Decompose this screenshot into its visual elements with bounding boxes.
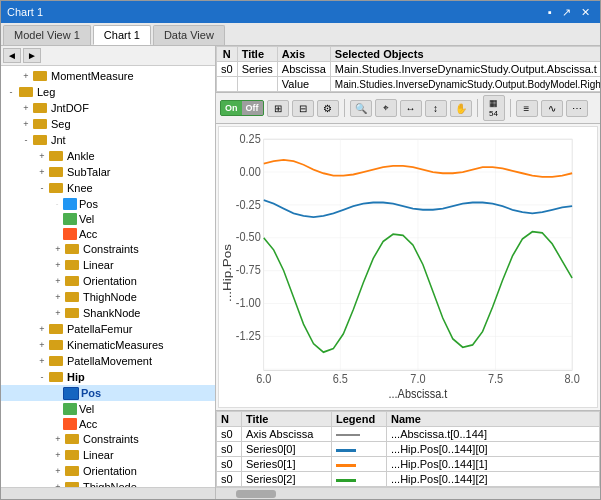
list-item[interactable]: + MomentMeasure: [1, 68, 215, 84]
zoom-reset-button[interactable]: ⌖: [375, 99, 397, 117]
off-label: Off: [242, 101, 263, 115]
on-off-toggle[interactable]: On Off: [220, 100, 264, 116]
tree-body[interactable]: + MomentMeasure - Leg + JntDOF: [1, 66, 215, 487]
tree-node-label: Vel: [79, 213, 94, 225]
tree-back-button[interactable]: ◄: [3, 48, 21, 63]
list-item[interactable]: + Linear: [1, 447, 215, 463]
folder-icon: [49, 322, 65, 336]
grid-button[interactable]: ⊞: [267, 100, 289, 117]
scrollbar-thumb[interactable]: [236, 490, 276, 498]
list-item[interactable]: + Linear: [1, 257, 215, 273]
list-item[interactable]: - Knee: [1, 180, 215, 196]
table-button[interactable]: ⊟: [292, 100, 314, 117]
list-item[interactable]: Pos: [1, 385, 215, 401]
table-row: Value Main.Studies.InverseDynamicStudy.O…: [217, 77, 601, 92]
tree-node-label: Orientation: [83, 465, 137, 477]
row-title: Series: [237, 62, 277, 77]
legend-button[interactable]: ≡: [516, 100, 538, 117]
more-button[interactable]: ⋯: [566, 100, 588, 117]
list-item[interactable]: + Seg: [1, 116, 215, 132]
legend-row-name: ...Abscissa.t[0..144]: [387, 427, 600, 442]
list-item[interactable]: + Constraints: [1, 241, 215, 257]
separator: [510, 99, 511, 117]
chart-type-button[interactable]: ▦54: [483, 95, 505, 121]
list-item[interactable]: - Pos: [1, 196, 215, 211]
folder-icon: [65, 306, 81, 320]
right-panel: N Title Axis Selected Objects s0 Series …: [216, 46, 600, 499]
folder-icon: [65, 432, 81, 446]
tree-node-label: Pos: [79, 198, 98, 210]
tab-model-view[interactable]: Model View 1: [3, 25, 91, 45]
legend-row-legend: [332, 472, 387, 487]
tab-chart1[interactable]: Chart 1: [93, 25, 151, 45]
list-item[interactable]: + SubTalar: [1, 164, 215, 180]
zoom-button[interactable]: 🔍: [350, 100, 372, 117]
list-item[interactable]: + KinematicMeasures: [1, 337, 215, 353]
zoom-y-button[interactable]: ↕: [425, 100, 447, 117]
svg-text:-0.75: -0.75: [236, 262, 261, 277]
legend-row-name: ...Hip.Pos[0..144][0]: [387, 442, 600, 457]
folder-icon: [19, 85, 35, 99]
folder-icon: [49, 149, 65, 163]
float-button[interactable]: ↗: [558, 6, 575, 19]
close-button[interactable]: ✕: [577, 6, 594, 19]
value-display-button[interactable]: ∿: [541, 100, 563, 117]
folder-icon: [49, 370, 65, 384]
table-row: s0 Series Abscissa Main.Studies.InverseD…: [217, 62, 601, 77]
legend-row-n: s0: [217, 472, 242, 487]
tree-node-label: Pos: [81, 387, 101, 399]
list-item[interactable]: + PatellaMovement: [1, 353, 215, 369]
legend-line-icon: [336, 479, 356, 482]
pan-button[interactable]: ✋: [450, 100, 472, 117]
left-scrollbar[interactable]: [1, 487, 215, 499]
legend-row-title: Series0[0]: [242, 442, 332, 457]
list-item[interactable]: + PatellaFemur: [1, 321, 215, 337]
tree-node-label: ThighNode: [83, 291, 137, 303]
folder-icon: [65, 242, 81, 256]
list-item[interactable]: Vel: [1, 211, 215, 226]
tree-forward-button[interactable]: ►: [23, 48, 41, 63]
list-item[interactable]: - Jnt: [1, 132, 215, 148]
svg-text:0.00: 0.00: [239, 164, 260, 179]
tree-node-label: Ankle: [67, 150, 95, 162]
tree-node-label: Constraints: [83, 243, 139, 255]
legend-line-icon: [336, 434, 360, 436]
list-item[interactable]: + Ankle: [1, 148, 215, 164]
list-item[interactable]: Acc: [1, 226, 215, 241]
table-row: s0 Series0[1] ...Hip.Pos[0..144][1]: [217, 457, 600, 472]
list-item[interactable]: + JntDOF: [1, 100, 215, 116]
pin-button[interactable]: ▪: [544, 6, 556, 19]
vel-icon: [63, 213, 77, 225]
pos-icon: [63, 198, 77, 210]
properties-table: N Title Axis Selected Objects s0 Series …: [216, 46, 600, 93]
tree-node-label: Orientation: [83, 275, 137, 287]
left-panel: ◄ ► + MomentMeasure - Leg: [1, 46, 216, 499]
table-row: s0 Axis Abscissa ...Abscissa.t[0..144]: [217, 427, 600, 442]
zoom-x-button[interactable]: ↔: [400, 100, 422, 117]
settings-button[interactable]: ⚙: [317, 100, 339, 117]
list-item[interactable]: + Orientation: [1, 463, 215, 479]
list-item[interactable]: + ShankNode: [1, 305, 215, 321]
acc-icon: [63, 418, 77, 430]
on-label: On: [221, 101, 242, 115]
folder-icon: [65, 274, 81, 288]
folder-icon: [49, 181, 65, 195]
folder-icon: [49, 338, 65, 352]
list-item[interactable]: + ThighNode: [1, 479, 215, 487]
list-item[interactable]: + Constraints: [1, 431, 215, 447]
list-item[interactable]: + Orientation: [1, 273, 215, 289]
table-row: s0 Series0[0] ...Hip.Pos[0..144][0]: [217, 442, 600, 457]
main-window: Chart 1 ▪ ↗ ✕ Model View 1 Chart 1 Data …: [0, 0, 601, 500]
col-axis-header: Axis: [277, 47, 330, 62]
tree-toolbar: ◄ ►: [1, 46, 215, 66]
tab-data-view[interactable]: Data View: [153, 25, 225, 45]
list-item[interactable]: Acc: [1, 416, 215, 431]
horizontal-scrollbar[interactable]: [216, 487, 600, 499]
list-item[interactable]: - Leg: [1, 84, 215, 100]
legend-row-title: Axis Abscissa: [242, 427, 332, 442]
folder-icon: [49, 354, 65, 368]
tree-node-label: Leg: [37, 86, 55, 98]
list-item[interactable]: Vel: [1, 401, 215, 416]
list-item[interactable]: - Hip: [1, 369, 215, 385]
list-item[interactable]: + ThighNode: [1, 289, 215, 305]
